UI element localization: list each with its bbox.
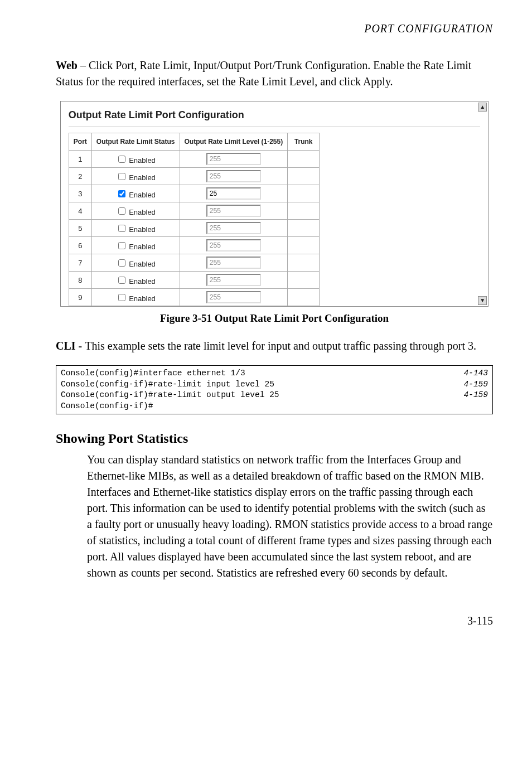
enabled-checkbox[interactable]	[118, 190, 125, 197]
cell-port: 5	[69, 220, 91, 237]
level-input[interactable]: 255	[206, 170, 261, 182]
cell-level: 255	[180, 220, 288, 237]
table-row: 1 Enabled255	[69, 151, 319, 168]
cell-status: Enabled	[91, 237, 180, 254]
enabled-label: Enabled	[127, 260, 156, 268]
cell-level: 255	[180, 254, 288, 272]
table-row: 8 Enabled255	[69, 272, 319, 289]
cell-port: 6	[69, 237, 91, 254]
cell-level: 255	[180, 168, 288, 185]
screenshot-divider	[69, 127, 480, 127]
cell-status: Enabled	[91, 168, 180, 185]
enabled-label: Enabled	[127, 294, 156, 303]
running-header-text: PORT CONFIGURATION	[364, 22, 493, 35]
scroll-down-icon[interactable]: ▼	[478, 296, 487, 305]
cell-status: Enabled	[91, 289, 180, 306]
cell-level: 255	[180, 151, 288, 168]
intro-rest: – Click Port, Rate Limit, Input/Output P…	[56, 59, 471, 88]
cell-trunk	[288, 289, 320, 306]
cell-trunk	[288, 220, 320, 237]
level-input[interactable]: 255	[206, 153, 261, 165]
page-number: 3-115	[56, 615, 493, 627]
table-row: 3 Enabled25	[69, 185, 319, 202]
enabled-checkbox[interactable]	[118, 173, 125, 180]
running-header: PORT CONFIGURATION	[56, 22, 493, 35]
enabled-label: Enabled	[127, 277, 156, 286]
cell-trunk	[288, 237, 320, 254]
scroll-up-icon[interactable]: ▲	[478, 103, 487, 112]
enabled-checkbox[interactable]	[118, 294, 125, 301]
enabled-checkbox[interactable]	[118, 156, 125, 163]
cell-trunk	[288, 202, 320, 220]
enabled-checkbox[interactable]	[118, 259, 125, 267]
enabled-checkbox[interactable]	[118, 207, 125, 215]
cell-level: 25	[180, 185, 288, 202]
level-input[interactable]: 255	[206, 222, 261, 234]
cli-intro-rest: This example sets the rate limit level f…	[85, 340, 476, 352]
cell-level: 255	[180, 272, 288, 289]
level-input[interactable]: 255	[206, 274, 261, 286]
cell-trunk	[288, 151, 320, 168]
level-input[interactable]: 255	[206, 205, 261, 217]
enabled-label: Enabled	[127, 156, 156, 165]
cell-status: Enabled	[91, 185, 180, 202]
level-input[interactable]: 255	[206, 239, 261, 251]
col-port: Port	[69, 133, 91, 151]
enabled-label: Enabled	[127, 243, 156, 251]
enabled-label: Enabled	[127, 173, 156, 182]
figure-caption: Figure 3-51 Output Rate Limit Port Confi…	[56, 312, 493, 325]
code-commands: Console(config)#interface ethernet 1/3 C…	[61, 368, 279, 412]
cell-level: 255	[180, 202, 288, 220]
intro-bold: Web	[56, 59, 78, 71]
level-input[interactable]: 255	[206, 257, 261, 269]
code-page-refs: 4-143 4-159 4-159	[463, 368, 488, 412]
enabled-label: Enabled	[127, 208, 156, 216]
cli-intro-paragraph: CLI - This example sets the rate limit l…	[56, 338, 493, 354]
vertical-scrollbar[interactable]: ▲ ▼	[478, 103, 487, 305]
table-row: 9 Enabled255	[69, 289, 319, 306]
cell-level: 255	[180, 289, 288, 306]
rate-limit-table: Port Output Rate Limit Status Output Rat…	[69, 133, 320, 306]
cell-trunk	[288, 254, 320, 272]
intro-paragraph: Web – Click Port, Rate Limit, Input/Outp…	[56, 57, 493, 90]
table-row: 4 Enabled255	[69, 202, 319, 220]
cli-intro-bold: CLI -	[56, 340, 85, 352]
table-row: 5 Enabled255	[69, 220, 319, 237]
cell-port: 8	[69, 272, 91, 289]
cell-trunk	[288, 272, 320, 289]
cell-port: 4	[69, 202, 91, 220]
level-input[interactable]: 25	[206, 187, 261, 200]
section-heading: Showing Port Statistics	[56, 431, 493, 446]
cell-port: 2	[69, 168, 91, 185]
col-level: Output Rate Limit Level (1-255)	[180, 133, 288, 151]
table-row: 7 Enabled255	[69, 254, 319, 272]
cell-port: 9	[69, 289, 91, 306]
cell-status: Enabled	[91, 202, 180, 220]
enabled-checkbox[interactable]	[118, 225, 125, 232]
enabled-label: Enabled	[127, 191, 156, 199]
cell-status: Enabled	[91, 272, 180, 289]
cell-status: Enabled	[91, 220, 180, 237]
cell-trunk	[288, 185, 320, 202]
cell-port: 1	[69, 151, 91, 168]
col-status: Output Rate Limit Status	[91, 133, 180, 151]
cell-status: Enabled	[91, 254, 180, 272]
table-row: 6 Enabled255	[69, 237, 319, 254]
table-header-row: Port Output Rate Limit Status Output Rat…	[69, 133, 319, 151]
cell-trunk	[288, 168, 320, 185]
enabled-checkbox[interactable]	[118, 242, 125, 249]
screenshot-panel: Output Rate Limit Port Configuration Por…	[60, 101, 489, 307]
code-block: Console(config)#interface ethernet 1/3 C…	[56, 365, 493, 414]
cell-port: 7	[69, 254, 91, 272]
enabled-label: Enabled	[127, 225, 156, 234]
table-row: 2 Enabled255	[69, 168, 319, 185]
cell-status: Enabled	[91, 151, 180, 168]
cell-level: 255	[180, 237, 288, 254]
level-input[interactable]: 255	[206, 291, 261, 303]
col-trunk: Trunk	[288, 133, 320, 151]
enabled-checkbox[interactable]	[118, 277, 125, 284]
screenshot-title: Output Rate Limit Port Configuration	[61, 101, 488, 123]
section-body: You can display standard statistics on n…	[87, 452, 493, 581]
cell-port: 3	[69, 185, 91, 202]
